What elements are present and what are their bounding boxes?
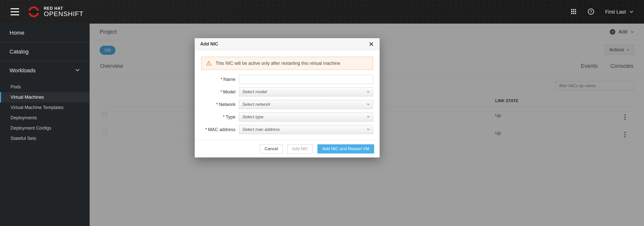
alert-text: This NIC will be active only after resta… <box>216 61 340 66</box>
sidebar-item-deployments[interactable]: Deployments <box>0 113 89 123</box>
sidebar-item-home[interactable]: Home <box>0 24 89 42</box>
svg-rect-9 <box>573 13 574 14</box>
close-icon[interactable]: ✕ <box>369 41 374 47</box>
name-input[interactable] <box>239 75 373 84</box>
model-select[interactable]: Select model <box>239 87 373 96</box>
sidebar-item-label: Pods <box>11 84 21 89</box>
svg-rect-4 <box>575 9 576 10</box>
svg-rect-10 <box>575 13 576 14</box>
sidebar-item-label: Catalog <box>10 48 29 55</box>
cancel-button[interactable]: Cancel <box>260 144 283 153</box>
hamburger-icon[interactable] <box>11 8 19 15</box>
sidebar-item-pods[interactable]: Pods <box>0 82 89 92</box>
sidebar-item-deployment-configs[interactable]: Deployment Configs <box>0 123 89 133</box>
chevron-down-icon <box>367 102 370 107</box>
openshift-logo-icon <box>28 6 40 18</box>
svg-point-14 <box>209 64 209 65</box>
svg-rect-3 <box>573 9 574 10</box>
select-placeholder: Select mac address <box>242 127 280 132</box>
sidebar-sub-workloads: Pods Virtual Machines Virtual Machine Te… <box>0 80 89 150</box>
modal-title: Add NIC <box>200 41 218 47</box>
sidebar-item-stateful-sets[interactable]: Stateful Sets <box>0 133 89 144</box>
modal-header: Add NIC ✕ <box>195 38 380 50</box>
svg-text:?: ? <box>590 9 592 14</box>
mac-select[interactable]: Select mac address <box>239 125 373 134</box>
svg-rect-8 <box>571 13 572 14</box>
warning-alert: This NIC will be active only after resta… <box>201 57 373 70</box>
sidebar-item-label: Stateful Sets <box>11 136 36 141</box>
sidebar-item-label: Home <box>10 30 24 36</box>
username: First Last <box>605 9 626 15</box>
sidebar-item-label: Virtual Machines <box>11 95 44 100</box>
svg-rect-6 <box>573 11 574 12</box>
add-nic-restart-button[interactable]: Add NIC and Restart VM <box>317 144 374 153</box>
chevron-down-icon <box>75 67 80 74</box>
sidebar-item-label: Deployments <box>11 115 37 120</box>
select-placeholder: Select network <box>242 102 270 107</box>
sidebar-item-vm-templates[interactable]: Virtual Machine Templates <box>0 102 89 113</box>
chevron-down-icon <box>367 115 370 120</box>
modal-footer: Cancel Add NIC Add NIC and Restart VM <box>195 140 380 157</box>
type-select[interactable]: Select type <box>239 112 373 122</box>
label-model: *Model <box>201 89 239 95</box>
select-placeholder: Select model <box>242 89 267 94</box>
brand: RED HAT OPENSHIFT <box>28 6 84 18</box>
app-launcher-icon[interactable] <box>571 9 577 15</box>
chevron-down-icon <box>629 10 633 14</box>
add-nic-modal: Add NIC ✕ This NIC will be active only a… <box>195 38 380 157</box>
svg-rect-5 <box>571 11 572 12</box>
sidebar-item-workloads[interactable]: Workloads <box>0 61 89 80</box>
main: Project + Add VM Actions Overview Events… <box>90 24 644 226</box>
warning-icon <box>206 61 212 66</box>
label-network: *Network <box>201 102 239 107</box>
svg-rect-1 <box>28 11 40 13</box>
select-placeholder: Select type <box>242 115 263 120</box>
chevron-down-icon <box>367 127 370 132</box>
sidebar-item-catalog[interactable]: Catalog <box>0 42 89 61</box>
label-type: *Type <box>201 115 239 120</box>
sidebar-item-label: Virtual Machine Templates <box>11 105 63 110</box>
label-mac: *MAC address <box>201 127 239 132</box>
sidebar-item-virtual-machines[interactable]: Virtual Machines <box>0 92 89 102</box>
chevron-down-icon <box>367 89 370 94</box>
svg-rect-2 <box>571 9 572 10</box>
sidebar-item-label: Deployment Configs <box>11 126 51 131</box>
svg-rect-7 <box>575 11 576 12</box>
label-name: *Name <box>201 77 239 82</box>
add-nic-button[interactable]: Add NIC <box>287 144 313 153</box>
sidebar-item-label: Workloads <box>10 67 36 74</box>
network-select[interactable]: Select network <box>239 100 373 109</box>
user-menu[interactable]: First Last <box>605 9 633 15</box>
sidebar: Home Catalog Workloads Pods Virtual Mach… <box>0 24 90 226</box>
help-icon[interactable]: ? <box>588 8 594 16</box>
brand-line2: OPENSHIFT <box>44 11 84 17</box>
masthead: RED HAT OPENSHIFT ? First Last <box>0 0 644 24</box>
